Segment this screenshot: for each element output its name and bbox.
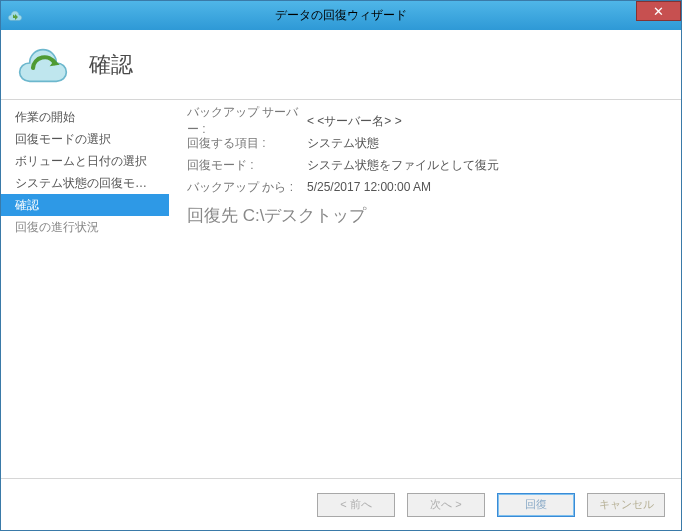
- wizard-steps-sidebar: 作業の開始 回復モードの選択 ボリュームと日付の選択 システム状態の回復モードの…: [1, 100, 169, 478]
- row-recover-item: 回復する項目 : システム状態: [187, 132, 663, 154]
- next-button[interactable]: 次へ >: [407, 493, 485, 517]
- label-backup-from: バックアップ から :: [187, 179, 307, 196]
- step-progress: 回復の進行状況: [1, 216, 169, 238]
- button-label: 次へ >: [430, 497, 461, 512]
- wizard-body: 作業の開始 回復モードの選択 ボリュームと日付の選択 システム状態の回復モードの…: [1, 100, 681, 478]
- row-backup-from: バックアップ から : 5/25/2017 12:00:00 AM: [187, 176, 663, 198]
- sidebar-item-label: 回復の進行状況: [15, 220, 99, 234]
- back-button[interactable]: < 前へ: [317, 493, 395, 517]
- sidebar-item-label: 回復モードの選択: [15, 132, 111, 146]
- wizard-window: データの回復ウィザード ✕ 確認 作業の開始 回復モードの選択 ボリュームと日付…: [0, 0, 682, 531]
- value-recover-item: システム状態: [307, 135, 379, 152]
- window-title: データの回復ウィザード: [275, 7, 407, 24]
- label-recover-item: 回復する項目 :: [187, 135, 307, 152]
- sidebar-item-label: システム状態の回復モードの...: [15, 176, 169, 190]
- label-recover-mode: 回復モード :: [187, 157, 307, 174]
- value-recover-mode: システム状態をファイルとして復元: [307, 157, 499, 174]
- wizard-header: 確認: [1, 30, 681, 100]
- button-label: < 前へ: [340, 497, 371, 512]
- row-backup-server: バックアップ サーバー : < <サーバー名> >: [187, 110, 663, 132]
- sidebar-item-label: 作業の開始: [15, 110, 75, 124]
- confirmation-details: バックアップ サーバー : < <サーバー名> > 回復する項目 : システム状…: [169, 100, 681, 478]
- row-recover-mode: 回復モード : システム状態をファイルとして復元: [187, 154, 663, 176]
- app-icon: [7, 8, 23, 24]
- step-recovery-mode[interactable]: 回復モードの選択: [1, 128, 169, 150]
- button-label: キャンセル: [599, 497, 654, 512]
- wizard-footer: < 前へ 次へ > 回復 キャンセル: [1, 478, 681, 530]
- step-system-state-mode[interactable]: システム状態の回復モードの...: [1, 172, 169, 194]
- sidebar-item-label: ボリュームと日付の選択: [15, 154, 147, 168]
- close-button[interactable]: ✕: [636, 1, 681, 21]
- step-volume-date[interactable]: ボリュームと日付の選択: [1, 150, 169, 172]
- label-backup-server: バックアップ サーバー :: [187, 104, 307, 138]
- value-backup-server: < <サーバー名> >: [307, 113, 402, 130]
- button-label: 回復: [525, 497, 547, 512]
- recover-button[interactable]: 回復: [497, 493, 575, 517]
- cancel-button[interactable]: キャンセル: [587, 493, 665, 517]
- sidebar-item-label: 確認: [15, 198, 39, 212]
- recover-destination: 回復先 C:\デスクトップ: [187, 204, 663, 227]
- step-confirm[interactable]: 確認: [1, 194, 169, 216]
- step-start[interactable]: 作業の開始: [1, 106, 169, 128]
- cloud-recovery-icon: [15, 43, 71, 86]
- close-icon: ✕: [653, 4, 664, 19]
- titlebar: データの回復ウィザード ✕: [1, 1, 681, 30]
- value-backup-from: 5/25/2017 12:00:00 AM: [307, 180, 431, 194]
- page-title: 確認: [89, 50, 133, 80]
